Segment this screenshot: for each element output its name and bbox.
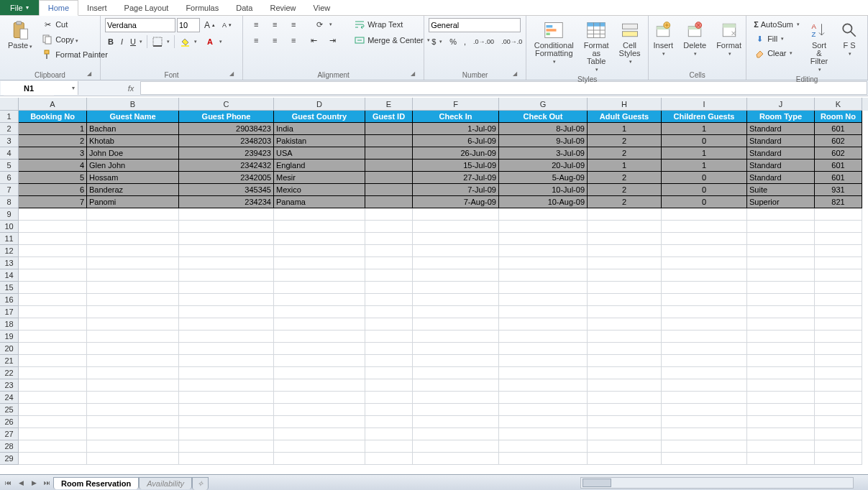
cell[interactable] <box>274 245 365 257</box>
row-header[interactable]: 22 <box>0 367 19 379</box>
cell[interactable] <box>413 269 499 282</box>
cell[interactable]: Khotab <box>87 135 179 147</box>
cell[interactable] <box>274 440 365 453</box>
cell[interactable] <box>413 208 499 221</box>
cell[interactable]: 8-Jul-09 <box>499 123 588 135</box>
italic-button[interactable]: I <box>118 35 126 48</box>
cell[interactable] <box>499 318 588 330</box>
row-header[interactable]: 5 <box>0 160 19 172</box>
cell[interactable]: Check In <box>413 111 499 123</box>
copy-button[interactable]: Copy <box>39 33 81 46</box>
cell[interactable] <box>413 379 499 392</box>
border-button[interactable] <box>149 35 173 48</box>
cell[interactable] <box>365 245 413 257</box>
col-header-H[interactable]: H <box>588 98 662 111</box>
cell[interactable] <box>499 343 588 355</box>
cell[interactable] <box>747 404 815 416</box>
cell[interactable]: 2342005 <box>179 172 274 184</box>
cell[interactable] <box>747 379 815 392</box>
cell[interactable] <box>365 392 413 404</box>
cell[interactable]: 0 <box>662 184 747 196</box>
cell[interactable] <box>19 282 87 294</box>
cell[interactable] <box>747 282 815 294</box>
cell[interactable] <box>19 269 87 282</box>
cell[interactable] <box>413 367 499 379</box>
cell[interactable] <box>19 367 87 379</box>
tab-page-layout[interactable]: Page Layout <box>116 0 178 15</box>
cell[interactable]: 5-Aug-09 <box>499 172 588 184</box>
cell[interactable]: Standard <box>747 147 815 160</box>
sheet-nav-last[interactable]: ⏭ <box>40 476 53 489</box>
file-tab[interactable]: File <box>0 0 39 15</box>
format-table-button[interactable]: Format as Table <box>580 18 613 75</box>
insert-cells-button[interactable]: Insert <box>649 18 677 59</box>
cell[interactable] <box>662 392 747 404</box>
cell[interactable] <box>815 294 862 306</box>
cell[interactable] <box>815 343 862 355</box>
cell[interactable] <box>19 330 87 343</box>
autosum-button[interactable]: ΣAutoSum <box>751 18 803 31</box>
cell[interactable]: 345345 <box>179 184 274 196</box>
cell[interactable] <box>588 367 662 379</box>
cell[interactable] <box>365 306 413 318</box>
cell[interactable] <box>274 233 365 245</box>
cell[interactable] <box>274 294 365 306</box>
cell[interactable] <box>179 343 274 355</box>
cell[interactable] <box>588 282 662 294</box>
cell[interactable] <box>274 416 365 428</box>
cell[interactable] <box>413 453 499 465</box>
cell[interactable] <box>499 453 588 465</box>
cell[interactable]: Guest Phone <box>179 111 274 123</box>
cell[interactable] <box>19 257 87 269</box>
cell[interactable] <box>19 245 87 257</box>
sheet-tab-availability[interactable]: Availability <box>139 477 192 489</box>
cell[interactable]: 7 <box>19 196 87 208</box>
cell[interactable] <box>87 428 179 440</box>
cell[interactable]: Panomi <box>87 196 179 208</box>
cell[interactable]: 26-Jun-09 <box>413 147 499 160</box>
cell[interactable]: India <box>274 123 365 135</box>
cell[interactable] <box>413 245 499 257</box>
cell[interactable]: 1 <box>662 147 747 160</box>
cell[interactable]: 2 <box>19 135 87 147</box>
cell[interactable]: 601 <box>815 123 862 135</box>
cell[interactable] <box>365 123 413 135</box>
cell[interactable] <box>815 269 862 282</box>
shrink-font-button[interactable]: A▾ <box>219 19 234 32</box>
row-header[interactable]: 20 <box>0 343 19 355</box>
cell[interactable] <box>413 233 499 245</box>
cell[interactable] <box>815 404 862 416</box>
cell[interactable] <box>499 233 588 245</box>
merge-center-button[interactable]: Merge & Center <box>351 34 433 47</box>
cell[interactable] <box>815 257 862 269</box>
cell[interactable]: Room Type <box>747 111 815 123</box>
align-center-button[interactable]: ≡ <box>266 34 283 47</box>
cell[interactable] <box>19 379 87 392</box>
cell[interactable] <box>499 392 588 404</box>
cell[interactable] <box>662 367 747 379</box>
row-header[interactable]: 17 <box>0 306 19 318</box>
align-middle-button[interactable]: ≡ <box>266 18 283 31</box>
cell[interactable] <box>588 294 662 306</box>
cell[interactable]: 2 <box>588 135 662 147</box>
cell[interactable] <box>815 282 862 294</box>
cell[interactable]: 1 <box>19 123 87 135</box>
cell[interactable]: 239423 <box>179 147 274 160</box>
accounting-button[interactable]: $ <box>429 35 445 48</box>
cell[interactable] <box>588 318 662 330</box>
cell[interactable] <box>662 257 747 269</box>
tab-review[interactable]: Review <box>261 0 304 15</box>
cell[interactable] <box>274 269 365 282</box>
cell[interactable]: 602 <box>815 147 862 160</box>
cell[interactable] <box>413 440 499 453</box>
cell[interactable] <box>19 416 87 428</box>
cell[interactable]: 29038423 <box>179 123 274 135</box>
row-header[interactable]: 1 <box>0 111 19 123</box>
row-header[interactable]: 8 <box>0 196 19 208</box>
cell-grid[interactable]: Booking NoGuest NameGuest PhoneGuest Cou… <box>19 111 868 474</box>
number-dialog-icon[interactable]: ◢ <box>513 70 521 79</box>
cell[interactable]: Standard <box>747 172 815 184</box>
cell[interactable] <box>499 367 588 379</box>
cell[interactable] <box>499 257 588 269</box>
tab-formulas[interactable]: Formulas <box>177 0 227 15</box>
